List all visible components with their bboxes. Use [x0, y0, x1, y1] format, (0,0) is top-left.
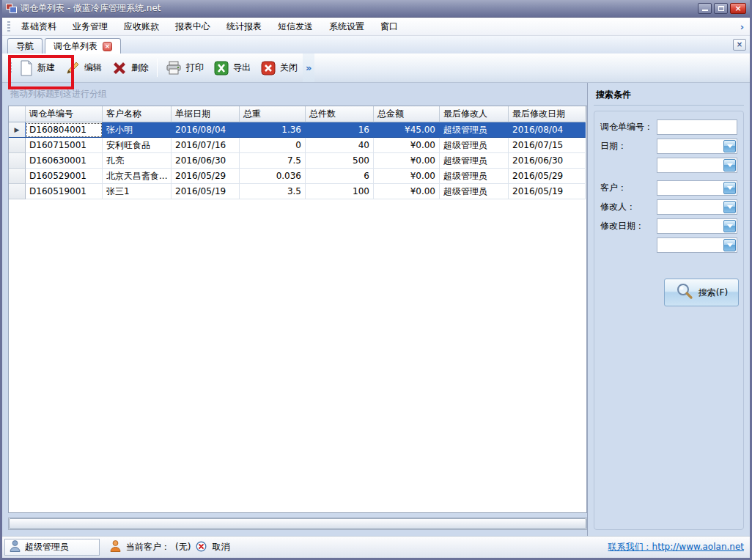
table-cell[interactable]: 3.5: [240, 184, 306, 199]
table-cell[interactable]: 超级管理员: [440, 184, 509, 199]
table-cell[interactable]: ¥0.00: [374, 169, 440, 184]
delete-button[interactable]: 删除: [107, 58, 154, 78]
menu-overflow-chevron-icon[interactable]: ›: [737, 21, 748, 32]
toolbar-overflow-chevron-icon[interactable]: »: [303, 54, 314, 82]
table-cell[interactable]: 超级管理员: [440, 153, 509, 169]
column-header[interactable]: 最后修改人: [440, 106, 509, 122]
table-cell[interactable]: 2016/08/04: [509, 122, 586, 138]
table-cell[interactable]: D160519001: [26, 184, 103, 199]
cancel-label[interactable]: 取消: [212, 541, 229, 553]
table-cell[interactable]: D160804001: [26, 122, 103, 138]
table-row[interactable]: ▶D160804001张小明2016/08/041.3616¥45.00超级管理…: [9, 122, 586, 138]
table-cell[interactable]: 0.036: [240, 169, 306, 184]
column-header[interactable]: 总重: [240, 106, 306, 122]
order-no-input[interactable]: [657, 119, 737, 135]
close-tab-button[interactable]: 关闭: [256, 58, 303, 78]
table-cell[interactable]: 40: [306, 138, 374, 153]
chevron-down-icon[interactable]: [723, 140, 736, 152]
chevron-down-icon[interactable]: [723, 220, 736, 232]
tabstrip-close-button[interactable]: ×: [733, 39, 746, 51]
table-cell[interactable]: 0: [240, 138, 306, 153]
table-cell[interactable]: 超级管理员: [440, 122, 509, 138]
row-indicator[interactable]: [9, 169, 26, 184]
table-cell[interactable]: 2016/05/19: [509, 184, 586, 199]
tab-transfer-order-list[interactable]: 调仓单列表 ×: [45, 38, 121, 54]
maximize-button[interactable]: [714, 3, 728, 14]
modifier-dropdown[interactable]: [657, 199, 737, 215]
row-indicator[interactable]: [9, 153, 26, 169]
tab-close-icon[interactable]: ×: [103, 42, 112, 51]
column-header[interactable]: 调仓单编号: [26, 106, 103, 122]
table-cell[interactable]: D160630001: [26, 153, 103, 169]
contact-link[interactable]: 联系我们：http://www.aolan.net: [608, 541, 744, 553]
chevron-down-icon[interactable]: [723, 201, 736, 213]
tab-navigation[interactable]: 导航: [7, 38, 43, 54]
table-cell[interactable]: 张小明: [103, 122, 172, 138]
table-cell[interactable]: 北京天昌斋食...: [103, 169, 172, 184]
column-header[interactable]: 单据日期: [172, 106, 240, 122]
table-cell[interactable]: D160529001: [26, 169, 103, 184]
table-cell[interactable]: 2016/07/15: [509, 138, 586, 153]
table-cell[interactable]: 超级管理员: [440, 138, 509, 153]
menu-item-report-center[interactable]: 报表中心: [167, 18, 218, 35]
print-button[interactable]: 打印: [161, 58, 209, 78]
date-to-dropdown[interactable]: [657, 158, 737, 173]
edit-button[interactable]: 编辑: [60, 58, 107, 78]
row-indicator[interactable]: [9, 138, 26, 153]
table-row[interactable]: D160519001张三12016/05/193.5100¥0.00超级管理员2…: [9, 184, 586, 199]
menu-item-sms[interactable]: 短信发送: [270, 18, 321, 35]
table-cell[interactable]: ¥45.00: [374, 122, 440, 138]
table-cell[interactable]: 张三1: [103, 184, 172, 199]
minimize-button[interactable]: [698, 3, 712, 14]
table-cell[interactable]: 安利旺食品: [103, 138, 172, 153]
table-cell[interactable]: 2016/05/29: [509, 169, 586, 184]
menu-item-business[interactable]: 业务管理: [64, 18, 116, 35]
modify-date-to-dropdown[interactable]: [657, 237, 737, 253]
table-row[interactable]: D160715001安利旺食品2016/07/16040¥0.00超级管理员20…: [9, 138, 586, 153]
date-from-dropdown[interactable]: [657, 139, 737, 154]
table-cell[interactable]: 2016/07/16: [172, 138, 240, 153]
menu-item-statistics[interactable]: 统计报表: [218, 18, 270, 35]
search-button[interactable]: 搜索(F): [664, 279, 739, 306]
modify-date-from-dropdown[interactable]: [657, 218, 737, 234]
table-cell[interactable]: ¥0.00: [374, 138, 440, 153]
column-header[interactable]: 客户名称: [103, 106, 172, 122]
column-header[interactable]: 最后修改日期: [509, 106, 586, 122]
new-button[interactable]: 新建: [15, 57, 60, 79]
table-cell[interactable]: 2016/05/29: [172, 169, 240, 184]
chevron-down-icon[interactable]: [723, 182, 736, 194]
horizontal-scrollbar[interactable]: [8, 517, 587, 530]
table-row[interactable]: D160529001北京天昌斋食...2016/05/290.0366¥0.00…: [9, 169, 586, 184]
table-cell[interactable]: 6: [306, 169, 374, 184]
table-cell[interactable]: 孔亮: [103, 153, 172, 169]
close-button[interactable]: ×: [730, 3, 746, 14]
table-cell[interactable]: 7.5: [240, 153, 306, 169]
table-cell[interactable]: 超级管理员: [440, 169, 509, 184]
row-indicator[interactable]: ▶: [9, 122, 26, 138]
table-cell[interactable]: 100: [306, 184, 374, 199]
menu-item-receivables[interactable]: 应收账款: [116, 18, 167, 35]
cancel-icon[interactable]: [196, 541, 207, 554]
customer-dropdown[interactable]: [657, 180, 737, 196]
chevron-down-icon[interactable]: [723, 239, 736, 251]
menu-item-system-settings[interactable]: 系统设置: [321, 18, 372, 35]
table-cell[interactable]: 2016/06/30: [509, 153, 586, 169]
table-cell[interactable]: D160715001: [26, 138, 103, 153]
row-indicator[interactable]: [9, 184, 26, 199]
table-cell[interactable]: ¥0.00: [374, 153, 440, 169]
table-cell[interactable]: 2016/06/30: [172, 153, 240, 169]
menu-item-window[interactable]: 窗口: [372, 18, 406, 35]
table-cell[interactable]: 1.36: [240, 122, 306, 138]
table-cell[interactable]: 16: [306, 122, 374, 138]
table-cell[interactable]: ¥0.00: [374, 184, 440, 199]
chevron-down-icon[interactable]: [723, 159, 736, 172]
scrollbar-thumb[interactable]: [9, 518, 586, 529]
menu-item-basic-data[interactable]: 基础资料: [13, 18, 64, 35]
table-cell[interactable]: 2016/08/04: [172, 122, 240, 138]
column-header[interactable]: 总件数: [306, 106, 374, 122]
export-button[interactable]: 导出: [209, 58, 256, 78]
table-cell[interactable]: 2016/05/19: [172, 184, 240, 199]
table-row[interactable]: D160630001孔亮2016/06/307.5500¥0.00超级管理员20…: [9, 153, 586, 169]
table-cell[interactable]: 500: [306, 153, 374, 169]
column-header[interactable]: 总金额: [374, 106, 440, 122]
